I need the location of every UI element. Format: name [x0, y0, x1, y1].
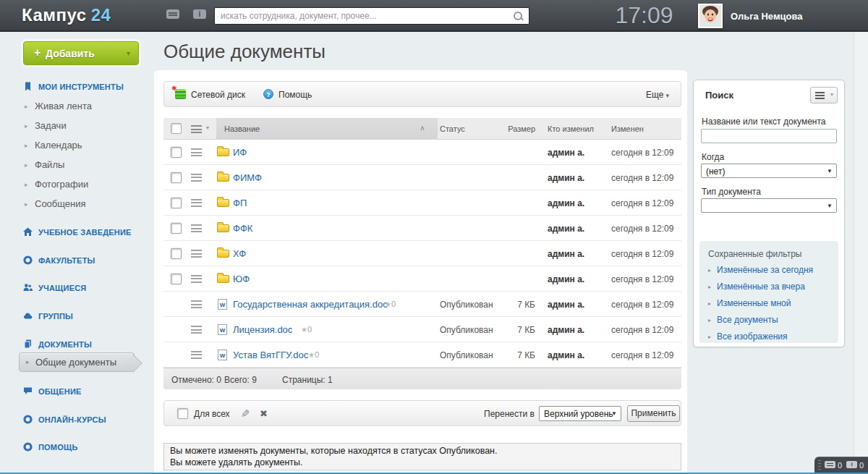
table-row-folder[interactable]: ИФ админ а. сегодня в 12:09 [163, 140, 681, 165]
drag-handle-icon[interactable] [191, 275, 202, 283]
drag-handle-icon[interactable] [818, 460, 821, 470]
rating[interactable]: ★0 [301, 325, 312, 334]
select-arrow-icon: ▼ [827, 168, 833, 174]
document-link[interactable]: Лицензия.doc [233, 324, 292, 335]
when-value: (нет) [706, 166, 725, 177]
section-label: ФАКУЛЬТЕТЫ [38, 256, 95, 265]
drag-handle-icon[interactable] [191, 351, 202, 359]
folder-link[interactable]: ХФ [233, 248, 246, 259]
folder-icon [217, 199, 229, 207]
modified-by: админ а. [548, 173, 584, 183]
messenger-icon[interactable] [825, 461, 835, 468]
notifications-icon[interactable] [193, 9, 206, 19]
delete-icon[interactable]: ✖ [260, 408, 268, 419]
rating[interactable]: ★0 [308, 350, 319, 359]
modified-by: админ а. [548, 274, 584, 284]
help-button[interactable]: Помощь [278, 90, 312, 100]
column-header-name[interactable]: Название [224, 124, 260, 133]
table-row-folder[interactable]: ЮФ админ а. сегодня в 12:09 [163, 266, 681, 292]
notifications-widget[interactable]: 0 0 [814, 457, 868, 474]
item-label: Фотографии [35, 179, 88, 190]
chevron-down-icon: ▾ [665, 92, 669, 99]
table-row-document[interactable]: W Устав ВятГГУ.doc ★0 Опубликован 7 КБ а… [163, 342, 681, 368]
doc-name-input[interactable] [701, 129, 837, 143]
row-checkbox[interactable] [171, 198, 182, 208]
notifications-icon[interactable] [846, 461, 857, 468]
network-disk-button[interactable]: Сетевой диск [191, 90, 245, 100]
folder-link[interactable]: ФФК [233, 223, 252, 234]
row-checkbox[interactable] [171, 274, 182, 284]
sidebar-item-shared-documents-active[interactable]: ▸ Общие документы [19, 352, 135, 372]
folder-link[interactable]: ЮФ [233, 274, 250, 284]
search-icon[interactable] [513, 11, 524, 22]
drag-handle-icon[interactable] [191, 174, 202, 182]
item-arrow-icon: ▸ [25, 142, 28, 149]
user-name[interactable]: Ольга Немцова [731, 11, 803, 22]
more-button[interactable]: Еще▾ [646, 90, 669, 100]
header-menu-icon[interactable] [191, 125, 202, 133]
messenger-icon[interactable] [166, 9, 179, 19]
doc-type-select[interactable]: ▼ [701, 198, 837, 213]
folder-link[interactable]: ФИМФ [233, 172, 262, 183]
sort-asc-icon[interactable]: ˄ [420, 124, 425, 132]
document-link[interactable]: Устав ВятГГУ.doc [233, 350, 308, 360]
table-row-document[interactable]: W Лицензия.doc ★0 Опубликован 7 КБ админ… [163, 317, 681, 342]
item-arrow-icon: ▸ [708, 267, 711, 274]
table-row-folder[interactable]: ХФ админ а. сегодня в 12:09 [163, 241, 681, 266]
bookmark-icon [23, 82, 33, 91]
table-row-folder[interactable]: ФП админ а. сегодня в 12:09 [163, 190, 681, 216]
table-row-folder[interactable]: ФИМФ админ а. сегодня в 12:09 [163, 165, 681, 190]
table-row-folder[interactable]: ФФК админ а. сегодня в 12:09 [163, 216, 681, 241]
table-row-document[interactable]: W Государственная аккредитация.doc ★0 Оп… [163, 292, 681, 317]
drag-handle-icon[interactable] [191, 148, 202, 156]
row-checkbox[interactable] [171, 172, 182, 183]
column-header-modified[interactable]: Изменен [611, 124, 644, 133]
modified-at: сегодня в 12:09 [611, 198, 673, 208]
global-search-input[interactable] [215, 8, 510, 24]
when-select[interactable]: (нет) ▼ [701, 164, 837, 178]
item-label: Задачи [35, 120, 67, 131]
saved-filters-header: Сохраненные фильтры [708, 249, 801, 259]
section-label: ГРУППЫ [38, 312, 73, 321]
folder-link[interactable]: ИФ [233, 147, 247, 158]
app-logo[interactable]: Кампус24 [22, 5, 111, 25]
column-header-modified-by[interactable]: Кто изменил [548, 124, 594, 133]
star-icon: ★ [385, 300, 391, 308]
rating[interactable]: ★0 [385, 300, 396, 308]
modified-at: сегодня в 12:09 [611, 274, 673, 284]
item-arrow-icon: ▸ [708, 284, 711, 290]
drag-handle-icon[interactable] [191, 199, 202, 207]
move-target-select[interactable]: Верхний уровень ▼ [539, 406, 621, 421]
modified-by: админ а. [548, 350, 584, 360]
cloud-icon [23, 311, 33, 321]
row-checkbox[interactable] [171, 248, 182, 259]
filter-menu-button[interactable]: ▾ [810, 87, 838, 103]
document-link[interactable]: Государственная аккредитация.doc [233, 299, 388, 310]
folder-icon [217, 275, 229, 283]
add-button[interactable]: + Добавить ▾ [23, 41, 139, 65]
edit-icon[interactable]: ✎ [241, 407, 250, 420]
modified-by: админ а. [548, 198, 584, 208]
drag-handle-icon[interactable] [191, 224, 202, 232]
chevron-down-icon[interactable]: ▾ [127, 49, 130, 57]
drag-handle-icon[interactable] [191, 326, 202, 334]
row-checkbox[interactable] [171, 147, 182, 158]
saved-filters-box: Сохраненные фильтры ▸Изменённые за сегод… [699, 241, 838, 343]
column-header-status[interactable]: Статус [440, 124, 465, 133]
row-checkbox[interactable] [171, 223, 182, 234]
section-label: МОИ ИНСТРУМЕНТЫ [38, 82, 124, 91]
toolbar: Сетевой диск ? Помощь Еще▾ [163, 81, 681, 107]
select-arrow-icon: ▼ [827, 203, 833, 209]
folder-link[interactable]: ФП [233, 198, 247, 208]
user-avatar[interactable] [698, 4, 723, 28]
select-all-checkbox[interactable] [171, 123, 182, 134]
search-filter-panel: Поиск ▾ Название или текст документа Ког… [693, 80, 845, 347]
drag-handle-icon[interactable] [191, 300, 202, 308]
apply-button[interactable]: Применить [627, 405, 680, 422]
item-arrow-icon: ▸ [708, 300, 711, 307]
drag-handle-icon[interactable] [191, 250, 202, 258]
column-header-size[interactable]: Размер [475, 124, 535, 133]
for-all-checkbox[interactable] [177, 408, 188, 419]
pages-count: Страницы: 1 [282, 375, 333, 385]
messenger-count: 0 [838, 461, 842, 470]
